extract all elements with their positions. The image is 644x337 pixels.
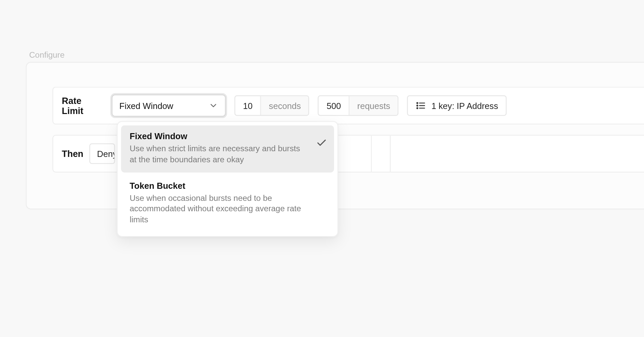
window-input-group: 10 seconds bbox=[234, 95, 310, 116]
rate-limit-row: Rate Limit Fixed Window 10 seconds 500 r… bbox=[52, 87, 644, 125]
divider bbox=[371, 135, 372, 172]
count-value-input[interactable]: 500 bbox=[319, 96, 349, 115]
list-icon bbox=[416, 101, 426, 111]
window-unit-label: seconds bbox=[260, 96, 309, 115]
svg-point-5 bbox=[417, 108, 418, 109]
divider bbox=[390, 135, 391, 172]
svg-point-3 bbox=[417, 103, 418, 104]
section-label: Configure bbox=[29, 50, 64, 59]
rate-limit-label: Rate Limit bbox=[62, 95, 103, 116]
count-unit-label: requests bbox=[349, 96, 398, 115]
algorithm-select[interactable]: Fixed Window bbox=[112, 95, 226, 117]
dropdown-option-desc: Use when strict limits are necessary and… bbox=[130, 144, 326, 166]
chevron-down-icon bbox=[209, 101, 218, 110]
dropdown-option-desc: Use when occasional bursts need to be ac… bbox=[130, 193, 326, 226]
svg-point-4 bbox=[417, 105, 418, 106]
dropdown-option-fixed-window[interactable]: Fixed Window Use when strict limits are … bbox=[121, 125, 334, 172]
check-icon bbox=[316, 137, 327, 149]
key-selector-button[interactable]: 1 key: IP Address bbox=[408, 95, 507, 116]
dropdown-option-title: Token Bucket bbox=[130, 181, 326, 190]
dropdown-option-title: Fixed Window bbox=[130, 131, 326, 141]
algorithm-dropdown: Fixed Window Use when strict limits are … bbox=[117, 121, 338, 237]
algorithm-select-value: Fixed Window bbox=[119, 101, 173, 110]
window-value-input[interactable]: 10 bbox=[235, 96, 260, 115]
then-label: Then bbox=[62, 149, 80, 159]
action-select[interactable]: Deny bbox=[89, 144, 115, 164]
count-input-group: 500 requests bbox=[318, 95, 399, 116]
dropdown-option-token-bucket[interactable]: Token Bucket Use when occasional bursts … bbox=[121, 175, 334, 233]
key-chip-text: 1 key: IP Address bbox=[431, 101, 498, 110]
